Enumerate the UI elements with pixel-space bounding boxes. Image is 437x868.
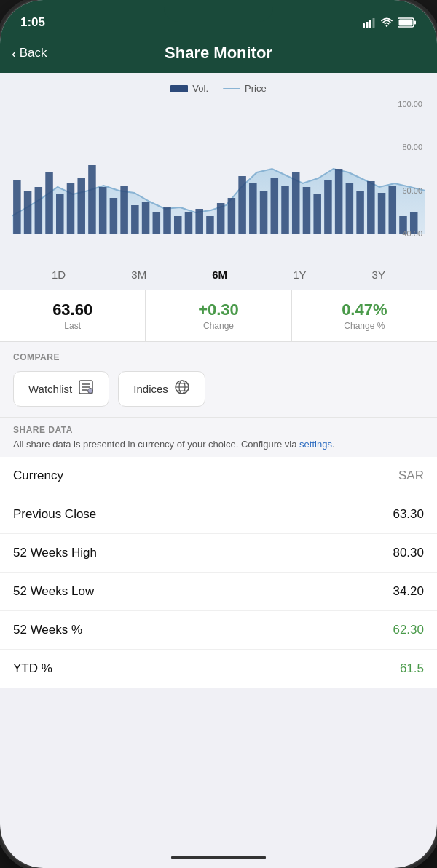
svg-rect-34 [292,172,300,234]
compare-section: COMPARE Watchlist Indic [0,342,437,417]
table-row: 52 Weeks % 62.30 [0,611,437,650]
row-52wk-low-label: 52 Weeks Low [13,584,94,599]
stat-change-pct-value: 0.47% [299,300,430,319]
svg-rect-32 [271,178,279,234]
svg-rect-22 [163,207,171,234]
data-table: Currency SAR Previous Close 63.30 52 Wee… [0,457,437,688]
status-icons [363,17,417,28]
stat-change-pct: 0.47% Change % [292,290,437,341]
svg-rect-6 [414,21,417,25]
notch [164,0,273,22]
svg-rect-26 [206,216,214,234]
svg-rect-12 [56,194,64,234]
svg-rect-37 [324,180,332,234]
chart-y-labels: 100.00 80.00 60.00 40.00 [398,100,422,238]
chart-svg [12,100,425,238]
row-ytd-pct-value: 61.5 [400,661,424,676]
svg-rect-30 [249,183,257,234]
svg-rect-29 [238,176,246,234]
table-row: Currency SAR [0,457,437,495]
svg-rect-35 [303,187,311,234]
row-ytd-pct-label: YTD % [13,661,52,676]
row-currency-label: Currency [13,469,63,483]
svg-rect-9 [24,191,32,234]
stat-last-value: 63.60 [7,300,138,319]
svg-rect-23 [174,216,182,234]
stat-change-label: Change [153,321,283,331]
svg-rect-16 [99,187,107,234]
svg-rect-42 [378,193,386,234]
stat-change-value: +0.30 [153,300,283,319]
svg-rect-27 [217,203,225,234]
share-data-desc-end: . [332,439,335,450]
svg-rect-19 [131,205,139,234]
back-chevron-icon: ‹ [12,45,17,62]
svg-point-50 [88,389,93,394]
svg-rect-8 [13,180,21,234]
svg-rect-40 [356,191,364,234]
stat-last-label: Last [7,321,138,331]
table-row: 52 Weeks High 80.30 [0,534,437,573]
svg-rect-28 [228,198,236,234]
svg-rect-36 [313,194,321,234]
legend-vol-swatch [170,85,188,92]
row-prev-close-value: 63.30 [393,507,424,522]
home-indicator [171,856,266,859]
indices-icon [174,379,190,399]
svg-rect-13 [67,183,75,234]
header: ‹ Back Share Monitor [0,36,437,73]
period-6m[interactable]: 6M [203,266,236,284]
svg-rect-18 [120,186,128,234]
period-3m[interactable]: 3M [122,266,155,284]
row-52wk-pct-label: 52 Weeks % [13,623,82,637]
period-1d[interactable]: 1D [43,266,74,284]
svg-point-4 [386,25,388,27]
indices-button[interactable]: Indices [118,371,205,407]
compare-buttons: Watchlist Indices [13,371,424,407]
table-row: 52 Weeks Low 34.20 [0,573,437,611]
svg-rect-43 [389,186,397,234]
compare-title: COMPARE [13,352,424,362]
svg-rect-17 [110,198,118,234]
watchlist-icon [78,379,94,399]
share-data-description: All share data is presented in currency … [13,438,424,451]
back-button[interactable]: ‹ Back [12,45,47,62]
legend-price-swatch [223,88,240,89]
svg-rect-25 [195,209,203,234]
row-52wk-pct-value: 62.30 [393,623,424,637]
row-52wk-low-value: 34.20 [393,584,424,599]
page-title: Share Monitor [165,44,272,63]
legend-price: Price [223,83,267,94]
chart-container: Vol. Price 100.00 80.00 60.00 40.00 [0,73,437,290]
svg-rect-14 [77,178,85,234]
stat-last: 63.60 Last [0,290,146,341]
svg-rect-7 [399,20,413,26]
table-row: Previous Close 63.30 [0,495,437,534]
wifi-icon [380,17,393,28]
svg-rect-31 [260,191,268,234]
settings-link[interactable]: settings [299,439,332,450]
svg-rect-2 [369,20,371,28]
svg-rect-24 [185,212,193,234]
svg-rect-3 [373,18,375,28]
stat-change-pct-label: Change % [299,321,430,331]
watchlist-label: Watchlist [28,383,72,395]
y-label-40: 40.00 [402,229,422,238]
period-1y[interactable]: 1Y [284,266,315,284]
status-time: 1:05 [20,15,45,30]
svg-rect-21 [153,212,161,234]
legend-price-label: Price [245,83,267,94]
row-prev-close-label: Previous Close [13,507,96,522]
svg-rect-10 [35,187,43,234]
battery-icon [398,17,417,28]
row-currency-value: SAR [398,469,424,483]
svg-rect-41 [367,181,375,234]
y-label-100: 100.00 [398,100,422,108]
row-52wk-high-label: 52 Weeks High [13,546,97,560]
share-data-title: SHARE DATA [13,425,424,435]
watchlist-button[interactable]: Watchlist [13,371,109,407]
svg-rect-15 [88,165,96,234]
legend-vol: Vol. [170,83,208,94]
chart-area: 100.00 80.00 60.00 40.00 [12,100,425,260]
period-3y[interactable]: 3Y [363,266,394,284]
